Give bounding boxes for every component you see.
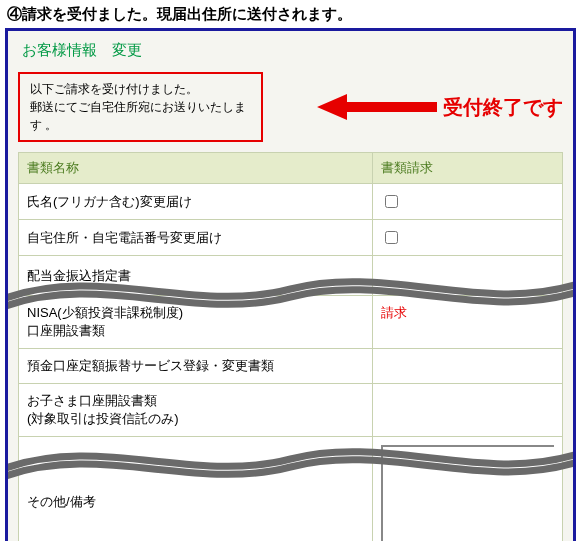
doc-request-cell (372, 384, 562, 437)
doc-name-cell: NISA(少額投資非課税制度) 口座開設書類 (19, 296, 373, 349)
col-header-doc-request: 書類請求 (372, 153, 562, 184)
page-title: ④請求を受付ました。現届出住所に送付されます。 (5, 5, 576, 24)
table-header-row: 書類名称 書類請求 (19, 153, 563, 184)
doc-request-cell: 請求 (372, 296, 562, 349)
table-row: NISA(少額投資非課税制度) 口座開設書類 請求 (19, 296, 563, 349)
doc-name-cell: お子さま口座開設書類 (対象取引は投資信託のみ) (19, 384, 373, 437)
doc-name-cell: 預金口座定額振替サービス登録・変更書類 (19, 349, 373, 384)
confirmation-message-box: 以下ご請求を受け付けました。 郵送にてご自宅住所宛にお送りいたします 。 (18, 72, 263, 142)
doc-name-line: お子さま口座開設書類 (27, 392, 364, 410)
doc-name-cell: 氏名(フリガナ含む)変更届け (19, 184, 373, 220)
doc-name-line: 口座開設書類 (27, 322, 364, 340)
doc-request-cell (372, 220, 562, 256)
message-line-2: 郵送にてご自宅住所宛にお送りいたします 。 (30, 98, 251, 134)
acceptance-label: 受付終了です (443, 94, 563, 121)
doc-request-cell (372, 349, 562, 384)
table-row: 氏名(フリガナ含む)変更届け (19, 184, 563, 220)
table-row: お子さま口座開設書類 (対象取引は投資信託のみ) (19, 384, 563, 437)
table-row: 配当金振込指定書 (19, 256, 563, 296)
table-row: 自宅住所・自宅電話番号変更届け (19, 220, 563, 256)
arrow-left-icon (317, 92, 437, 122)
doc-request-cell (372, 184, 562, 220)
svg-marker-0 (317, 94, 437, 120)
remarks-textarea[interactable] (381, 445, 554, 541)
col-header-doc-name: 書類名称 (19, 153, 373, 184)
table-row-other: その他/備考 (19, 437, 563, 542)
form-frame: お客様情報 変更 以下ご請求を受け付けました。 郵送にてご自宅住所宛にお送りいた… (5, 28, 576, 541)
doc-name-cell: 自宅住所・自宅電話番号変更届け (19, 220, 373, 256)
request-checkbox[interactable] (385, 231, 398, 244)
section-header: お客様情報 変更 (8, 31, 573, 68)
documents-table: 書類名称 書類請求 氏名(フリガナ含む)変更届け 自宅住所・自宅電話番号変更届け… (18, 152, 563, 541)
doc-name-cell: 配当金振込指定書 (19, 256, 373, 296)
doc-name-line: NISA(少額投資非課税制度) (27, 304, 364, 322)
request-checkbox[interactable] (385, 195, 398, 208)
doc-name-line: (対象取引は投資信託のみ) (27, 410, 364, 428)
doc-request-cell (372, 256, 562, 296)
message-line-1: 以下ご請求を受け付けました。 (30, 80, 251, 98)
other-label-cell: その他/備考 (19, 437, 373, 542)
table-row: 預金口座定額振替サービス登録・変更書類 (19, 349, 563, 384)
other-textarea-cell (372, 437, 562, 542)
